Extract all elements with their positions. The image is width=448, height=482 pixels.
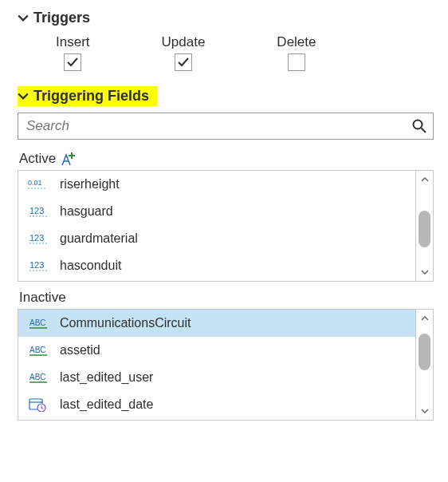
- chevron-down-icon: [18, 13, 29, 24]
- scroll-thumb[interactable]: [419, 334, 430, 370]
- inactive-fields-list: ABC CommunicationsCircuit ABC assetid AB…: [18, 309, 434, 421]
- triggering-fields-title: Triggering Fields: [33, 88, 149, 105]
- date-type-icon: [28, 397, 50, 412]
- field-name: assetid: [60, 343, 100, 358]
- svg-text:ABC: ABC: [29, 373, 46, 381]
- svg-text:ABC: ABC: [29, 318, 46, 327]
- search-input[interactable]: [18, 113, 434, 140]
- list-item[interactable]: 123 hasguard: [18, 198, 415, 225]
- active-scrollbar[interactable]: [415, 171, 433, 281]
- integer-type-icon: 123: [28, 259, 50, 273]
- inactive-scrollbar[interactable]: [415, 310, 433, 420]
- text-type-icon: ABC: [28, 370, 50, 385]
- field-name: hasguard: [60, 204, 113, 219]
- field-name: guardmaterial: [60, 231, 138, 246]
- delete-checkbox[interactable]: [288, 53, 305, 71]
- text-type-icon: ABC: [28, 343, 50, 358]
- chevron-down-icon: [18, 91, 29, 102]
- scroll-thumb[interactable]: [419, 211, 430, 247]
- insert-label: Insert: [56, 34, 90, 50]
- list-item[interactable]: 0.01 riserheight: [18, 171, 415, 198]
- svg-point-0: [414, 120, 422, 129]
- active-fields-list: 0.01 riserheight 123 hasguard 123 guardm…: [18, 170, 434, 282]
- field-name: last_edited_user: [60, 370, 153, 385]
- field-name: CommunicationsCircuit: [60, 316, 191, 330]
- list-item[interactable]: 123 hasconduit: [18, 252, 415, 279]
- insert-checkbox[interactable]: [64, 53, 81, 71]
- svg-text:123: 123: [29, 206, 44, 215]
- svg-line-1: [422, 128, 426, 133]
- scroll-down-icon[interactable]: [416, 263, 433, 281]
- scroll-down-icon[interactable]: [416, 402, 433, 420]
- inactive-label: Inactive: [19, 290, 66, 306]
- update-label: Update: [162, 34, 206, 50]
- trigger-options: Insert Update Delete: [18, 28, 434, 86]
- svg-text:ABC: ABC: [29, 346, 46, 354]
- field-name: last_edited_date: [60, 397, 153, 412]
- integer-type-icon: 123: [28, 231, 50, 246]
- triggering-fields-section-header[interactable]: Triggering Fields: [18, 86, 157, 106]
- decimal-type-icon: 0.01: [28, 177, 50, 192]
- list-item[interactable]: ABC last_edited_user: [18, 364, 415, 391]
- scroll-up-icon[interactable]: [416, 310, 433, 327]
- text-type-icon: ABC: [28, 316, 50, 330]
- svg-text:123: 123: [29, 260, 44, 270]
- list-item[interactable]: 123 guardmaterial: [18, 225, 415, 252]
- update-checkbox[interactable]: [175, 53, 192, 71]
- triggers-section-header[interactable]: Triggers: [18, 8, 95, 28]
- svg-text:0.01: 0.01: [28, 179, 42, 187]
- scroll-up-icon[interactable]: [416, 171, 433, 188]
- field-name: hasconduit: [60, 259, 121, 273]
- field-name: riserheight: [60, 177, 120, 192]
- add-field-icon[interactable]: [61, 151, 77, 167]
- svg-text:123: 123: [29, 233, 44, 243]
- list-item[interactable]: last_edited_date: [18, 391, 415, 418]
- list-item[interactable]: ABC assetid: [18, 337, 415, 364]
- search-icon[interactable]: [411, 118, 427, 134]
- integer-type-icon: 123: [28, 204, 50, 219]
- triggers-title: Triggers: [33, 10, 90, 26]
- delete-label: Delete: [277, 34, 316, 50]
- active-label: Active: [19, 151, 56, 167]
- list-item[interactable]: ABC CommunicationsCircuit: [18, 310, 415, 337]
